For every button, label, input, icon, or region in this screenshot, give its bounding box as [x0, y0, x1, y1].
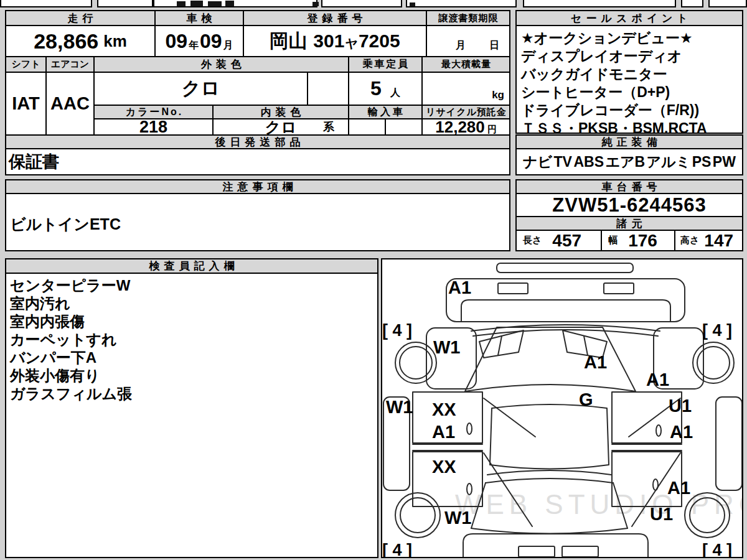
- equipment-item: TV: [554, 154, 572, 170]
- inspector-note: バンパー下A: [10, 348, 377, 366]
- front-right-wheel: [693, 342, 734, 383]
- partial-glyph: [177, 1, 186, 6]
- aircon-label: エアコン: [51, 58, 89, 70]
- notes-header: 注意事項欄: [5, 179, 510, 194]
- registration-header: 登録番号: [243, 10, 427, 26]
- later-parts-cell: 保証書: [5, 148, 510, 175]
- watermark-text: WEB STUDIO PRO: [455, 489, 742, 520]
- equipment-item: エアB: [605, 152, 645, 172]
- damage-code-label: W1: [386, 397, 413, 417]
- recycle-unit: 円: [487, 124, 497, 136]
- shift-label: シフト: [11, 58, 40, 70]
- color-no-label: カラーNo.: [124, 106, 184, 119]
- shaken-header: 車検: [154, 10, 244, 26]
- registration-kana: ヤ: [345, 35, 357, 52]
- equipment-item: ABS: [573, 154, 604, 170]
- registration-number: 7205: [359, 30, 400, 52]
- right-rocker-shape: [716, 397, 742, 490]
- dimensions-label: 諸元: [613, 217, 647, 231]
- inspector-note: カーペットすれ: [10, 330, 377, 348]
- partial-glyph: [312, 2, 319, 6]
- front-left-wheel: [395, 342, 436, 383]
- rear-bumper-shape: [463, 534, 648, 557]
- max-load-unit: kg: [492, 89, 504, 101]
- equipment-item: アルミ: [647, 152, 691, 172]
- partial-glyph: [225, 1, 234, 6]
- height-label: 高さ: [680, 235, 699, 246]
- shift-value: IAT: [12, 93, 40, 114]
- sales-point-item: バックガイドモニター: [521, 65, 742, 83]
- inspector-body: センターピラーW 室内汚れ 室内内張傷 カーペットすれ バンパー下A 外装小傷有…: [5, 273, 378, 558]
- transfer-deadline-label: 譲渡書類期限: [438, 12, 499, 24]
- partial-glyph: [208, 1, 222, 6]
- mileage-label: 走行: [63, 11, 98, 26]
- recycle-label: リサイクル預託金: [425, 106, 507, 118]
- import-label: 輸入車: [365, 106, 405, 119]
- import-cell: [348, 118, 386, 136]
- exterior-color-value: クロ: [182, 76, 220, 101]
- equipment-item: ナビ: [523, 152, 552, 172]
- aircon-value: AAC: [50, 93, 90, 114]
- roof-shape: [490, 404, 609, 469]
- damage-code-label: A1: [448, 278, 471, 297]
- length-label: 長さ: [523, 235, 542, 246]
- interior-color-suffix: 系: [323, 119, 334, 134]
- damage-code-label: W1: [433, 337, 461, 357]
- vehicle-damage-diagram: WEB STUDIO PRO: [382, 259, 742, 557]
- shaken-year: 09: [165, 30, 187, 53]
- inspector-note: 室内内張傷: [10, 312, 377, 330]
- vehicle-diagram-box: WEB STUDIO PRO: [381, 258, 743, 558]
- damage-code-label: XX: [432, 457, 456, 477]
- sales-point-item: ドライブレコーダー（F/R)): [521, 101, 742, 119]
- chassis-cell: ZVW51-6244563: [515, 193, 743, 217]
- partial-cell: [0, 0, 92, 7]
- damage-code-label: XX: [432, 399, 456, 419]
- partial-cell: [708, 0, 747, 7]
- aircon-cell: AAC: [45, 72, 95, 136]
- recycle-cell: 12,280 円: [421, 118, 510, 136]
- inspector-note: 外装小傷有り: [10, 366, 377, 385]
- chassis-header: 車台番号: [515, 179, 743, 194]
- damage-code-label: A1: [584, 352, 607, 372]
- recycle-value: 12,280: [435, 118, 485, 137]
- damage-code-label: U1: [650, 504, 673, 524]
- damage-code-label: A1: [432, 422, 455, 442]
- damage-code-label: U1: [669, 396, 692, 416]
- registration-class: 301: [313, 30, 344, 52]
- transfer-day-unit: 日: [489, 39, 499, 52]
- shaken-label: 車検: [182, 11, 217, 26]
- equipment-label: 純正装備: [598, 135, 662, 149]
- interior-color-cell: クロ 系: [212, 118, 349, 136]
- length-value: 457: [542, 231, 601, 251]
- mileage-value: 28,866: [34, 29, 98, 54]
- shaken-year-unit: 年: [189, 39, 199, 52]
- transfer-deadline-cell: 月 日: [426, 25, 510, 57]
- equipment-cell: ナビ TV ABS エアB アルミ PS PW: [515, 148, 743, 175]
- partial-cell: [523, 0, 676, 7]
- dimensions-header: 諸元: [515, 216, 743, 231]
- exterior-color-cell: クロ: [93, 72, 308, 106]
- color-no-cell: 218: [93, 118, 214, 136]
- import-cell-2: [385, 118, 423, 136]
- exterior-color-empty-cell: [307, 72, 349, 106]
- exterior-color-header: 外装色: [93, 56, 349, 73]
- tire-depth-marker: [ 4 ]: [382, 541, 412, 557]
- damage-code-label: A1: [667, 478, 690, 498]
- equipment-item: PS: [692, 154, 712, 170]
- partial-cell: [321, 0, 402, 7]
- transfer-deadline-header: 譲渡書類期限: [426, 10, 510, 26]
- sales-points-body: ★オークションデビュー★ ディスプレイオーディオ バックガイドモニター シートヒ…: [515, 25, 743, 134]
- inspector-note: 室内汚れ: [10, 294, 377, 312]
- inspector-header: 検査員記入欄: [5, 258, 378, 274]
- mileage-cell: 28,866 km: [5, 25, 156, 57]
- damage-code-label: A1: [670, 422, 693, 442]
- mileage-header: 走行: [5, 10, 156, 26]
- partial-cell: [681, 0, 703, 7]
- capacity-unit: 人: [390, 86, 400, 100]
- shaken-cell: 09 年 09 月: [154, 25, 244, 57]
- windshield-shape: [465, 327, 636, 391]
- width-label: 幅: [608, 235, 618, 246]
- spoiler-shape: [497, 263, 633, 273]
- notes-label: 注意事項欄: [218, 180, 298, 194]
- mileage-unit: km: [103, 32, 127, 51]
